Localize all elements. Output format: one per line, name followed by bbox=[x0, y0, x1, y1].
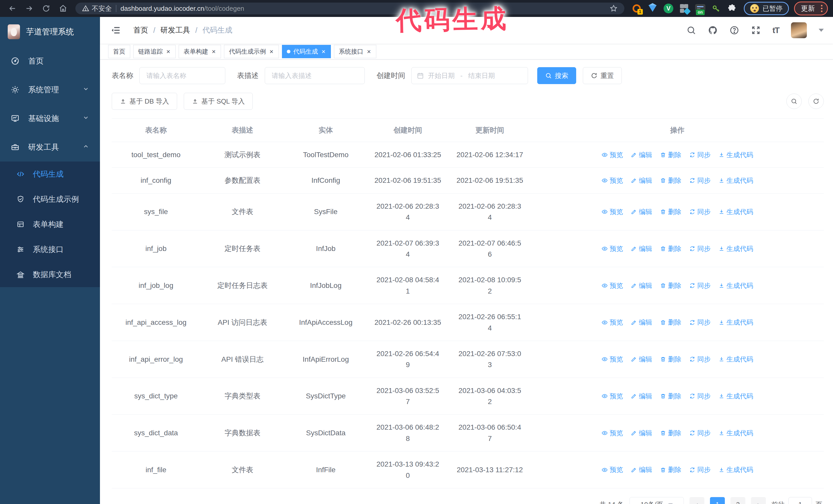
delete-link[interactable]: 删除 bbox=[660, 150, 682, 160]
browser-menu-icon[interactable] bbox=[819, 5, 825, 12]
table-name-input[interactable] bbox=[139, 67, 225, 84]
tab-tracing[interactable]: 链路追踪× bbox=[133, 45, 175, 58]
tab-system-api[interactable]: 系统接口× bbox=[334, 45, 376, 58]
table-row[interactable]: sys_file 文件表 SysFile 2021-02-06 20:28:3 … bbox=[112, 193, 824, 230]
preview-link[interactable]: 预览 bbox=[601, 317, 623, 327]
sync-link[interactable]: 同步 bbox=[689, 243, 711, 254]
preview-link[interactable]: 预览 bbox=[601, 464, 623, 475]
table-row[interactable]: inf_job 定时任务表 InfJob 2021-02-07 06:39:3 … bbox=[112, 230, 824, 267]
edit-link[interactable]: 编辑 bbox=[631, 281, 652, 291]
edit-link[interactable]: 编辑 bbox=[631, 175, 652, 186]
edit-link[interactable]: 编辑 bbox=[631, 428, 652, 438]
table-desc-input[interactable] bbox=[265, 67, 365, 84]
preview-link[interactable]: 预览 bbox=[601, 207, 623, 217]
table-row[interactable]: inf_api_access_log API 访问日志表 InfApiAcces… bbox=[112, 304, 824, 341]
generate-code-link[interactable]: 生成代码 bbox=[718, 207, 753, 217]
delete-link[interactable]: 删除 bbox=[660, 281, 682, 291]
sync-link[interactable]: 同步 bbox=[689, 207, 711, 217]
refresh-table-button[interactable] bbox=[808, 94, 824, 109]
delete-link[interactable]: 删除 bbox=[660, 464, 682, 475]
table-row[interactable]: inf_job_log 定时任务日志表 InfJobLog 2021-02-08… bbox=[112, 267, 824, 304]
search-button[interactable]: 搜索 bbox=[537, 67, 576, 84]
fullscreen-icon[interactable] bbox=[751, 25, 761, 35]
page-size-select[interactable]: 10条/页 bbox=[629, 497, 684, 504]
submenu-item-codegen-demo[interactable]: 代码生成示例 bbox=[0, 187, 100, 212]
preview-link[interactable]: 预览 bbox=[601, 354, 623, 364]
tab-codegen[interactable]: 代码生成× bbox=[282, 45, 331, 58]
profile-paused-pill[interactable]: 已暂停 bbox=[744, 2, 789, 15]
edit-link[interactable]: 编辑 bbox=[631, 464, 652, 475]
close-icon[interactable]: × bbox=[321, 48, 326, 55]
sync-link[interactable]: 同步 bbox=[689, 150, 711, 160]
table-row[interactable]: sys_dict_data 字典数据表 SysDictData 2021-03-… bbox=[112, 414, 824, 452]
browser-home-icon[interactable] bbox=[56, 2, 70, 15]
preview-link[interactable]: 预览 bbox=[601, 175, 623, 186]
delete-link[interactable]: 删除 bbox=[660, 243, 682, 254]
table-row[interactable]: tool_test_demo 测试示例表 ToolTestDemo 2021-0… bbox=[112, 142, 824, 168]
goto-page-input[interactable] bbox=[788, 497, 812, 504]
sync-link[interactable]: 同步 bbox=[689, 391, 711, 401]
preview-link[interactable]: 预览 bbox=[601, 281, 623, 291]
edit-link[interactable]: 编辑 bbox=[631, 150, 652, 160]
page-button-1[interactable]: 1 bbox=[710, 497, 725, 504]
generate-code-link[interactable]: 生成代码 bbox=[718, 354, 753, 364]
delete-link[interactable]: 删除 bbox=[660, 428, 682, 438]
edit-link[interactable]: 编辑 bbox=[631, 354, 652, 364]
import-sql-button[interactable]: 基于 SQL 导入 bbox=[184, 93, 253, 110]
sync-link[interactable]: 同步 bbox=[689, 428, 711, 438]
reset-button[interactable]: 重置 bbox=[583, 67, 622, 84]
sync-link[interactable]: 同步 bbox=[689, 281, 711, 291]
generate-code-link[interactable]: 生成代码 bbox=[718, 243, 753, 254]
switch-extension-icon[interactable]: on bbox=[695, 3, 705, 14]
browser-reload-icon[interactable] bbox=[39, 2, 53, 15]
next-page-button[interactable]: › bbox=[751, 497, 766, 504]
delete-link[interactable]: 删除 bbox=[660, 207, 682, 217]
sync-link[interactable]: 同步 bbox=[689, 464, 711, 475]
security-warning[interactable]: 不安全 bbox=[82, 4, 112, 13]
help-icon[interactable] bbox=[730, 25, 739, 35]
browser-update-button[interactable]: 更新 bbox=[794, 2, 828, 16]
v-extension-icon[interactable]: V bbox=[663, 3, 673, 14]
tab-home[interactable]: 首页 bbox=[108, 45, 130, 58]
user-menu-caret-icon[interactable] bbox=[819, 29, 824, 32]
sidebar-item-devtools[interactable]: 研发工具 bbox=[0, 133, 100, 162]
sidebar-item-home[interactable]: 首页 bbox=[0, 47, 100, 75]
squares-extension-icon[interactable] bbox=[679, 3, 689, 14]
generate-code-link[interactable]: 生成代码 bbox=[718, 175, 753, 186]
breadcrumb-home[interactable]: 首页 bbox=[133, 25, 148, 35]
preview-link[interactable]: 预览 bbox=[601, 428, 623, 438]
font-size-icon[interactable]: tT bbox=[772, 26, 779, 35]
app-logo-row[interactable]: 芋道管理系统 bbox=[0, 17, 100, 47]
table-row[interactable]: inf_config 参数配置表 InfConfig 2021-02-06 19… bbox=[112, 168, 824, 193]
edit-link[interactable]: 编辑 bbox=[631, 243, 652, 254]
table-row[interactable]: inf_file 文件表 InfFile 2021-03-13 09:43:2 … bbox=[112, 452, 824, 488]
preview-link[interactable]: 预览 bbox=[601, 150, 623, 160]
generate-code-link[interactable]: 生成代码 bbox=[718, 391, 753, 401]
header-search-icon[interactable] bbox=[686, 25, 696, 35]
breadcrumb-group[interactable]: 研发工具 bbox=[161, 25, 190, 35]
sidebar-item-system[interactable]: 系统管理 bbox=[0, 75, 100, 104]
sync-link[interactable]: 同步 bbox=[689, 175, 711, 186]
generate-code-link[interactable]: 生成代码 bbox=[718, 150, 753, 160]
gem-extension-icon[interactable] bbox=[647, 3, 658, 14]
github-icon[interactable] bbox=[708, 25, 718, 35]
close-icon[interactable]: × bbox=[269, 48, 274, 55]
preview-link[interactable]: 预览 bbox=[601, 391, 623, 401]
page-button-2[interactable]: 2 bbox=[731, 497, 745, 504]
close-icon[interactable]: × bbox=[211, 48, 216, 55]
delete-link[interactable]: 删除 bbox=[660, 175, 682, 186]
edit-link[interactable]: 编辑 bbox=[631, 207, 652, 217]
delete-link[interactable]: 删除 bbox=[660, 391, 682, 401]
generate-code-link[interactable]: 生成代码 bbox=[718, 428, 753, 438]
preview-link[interactable]: 预览 bbox=[601, 243, 623, 254]
edit-link[interactable]: 编辑 bbox=[631, 317, 652, 327]
close-icon[interactable]: × bbox=[166, 48, 171, 55]
table-row[interactable]: sys_dict_type 字典类型表 SysDictType 2021-03-… bbox=[112, 378, 824, 414]
toggle-search-button[interactable] bbox=[786, 94, 802, 109]
adblock-extension-icon[interactable]: 1 bbox=[632, 3, 642, 14]
key-extension-icon[interactable] bbox=[711, 3, 721, 14]
address-bar[interactable]: 不安全 dashboard.yudao.iocoder.cn/tool/code… bbox=[75, 3, 624, 14]
import-db-button[interactable]: 基于 DB 导入 bbox=[112, 93, 177, 110]
tab-form-builder[interactable]: 表单构建× bbox=[178, 45, 221, 58]
delete-link[interactable]: 删除 bbox=[660, 317, 682, 327]
